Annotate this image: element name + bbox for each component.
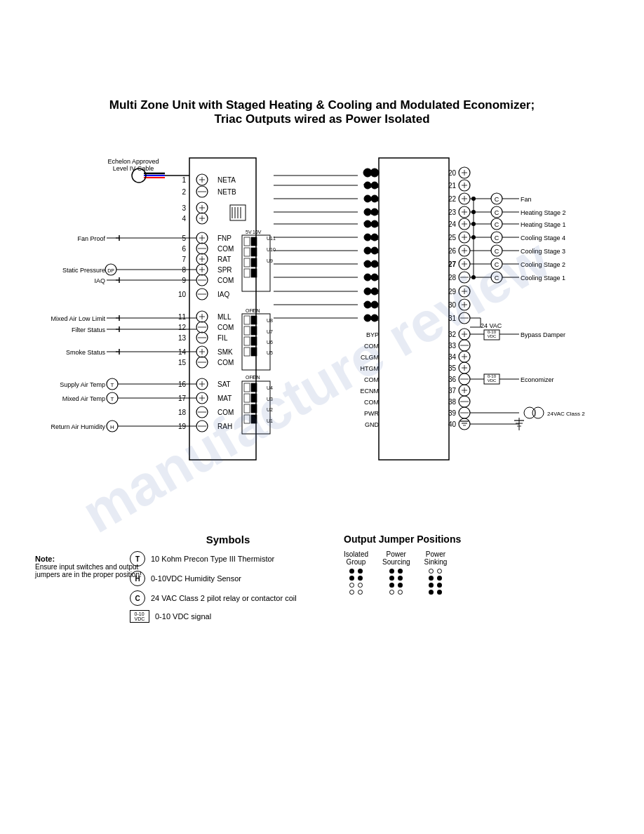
svg-text:Economizer: Economizer xyxy=(521,376,554,383)
svg-text:VDC: VDC xyxy=(488,334,497,338)
vdc-label: 0-10 VDC signal xyxy=(155,612,211,621)
svg-text:Cooling Stage 2: Cooling Stage 2 xyxy=(521,261,565,268)
vdc-symbol: 0-10VDC xyxy=(130,610,149,623)
svg-text:GND: GND xyxy=(365,421,380,428)
title-line2: Triac Outputs wired as Power Isolated xyxy=(0,112,644,126)
svg-text:U1: U1 xyxy=(267,418,273,423)
svg-text:Mixed Air Temp: Mixed Air Temp xyxy=(62,395,105,402)
contactor-label: 24 VAC Class 2 pilot relay or contactor … xyxy=(151,594,297,602)
svg-text:32: 32 xyxy=(448,331,457,338)
svg-text:COM: COM xyxy=(217,245,234,253)
svg-text:U3: U3 xyxy=(267,397,273,402)
svg-text:12: 12 xyxy=(178,324,187,331)
svg-text:Fan: Fan xyxy=(521,196,532,203)
jumper-title: Output Jumper Positions xyxy=(344,534,554,545)
svg-rect-110 xyxy=(244,316,250,324)
svg-text:C: C xyxy=(495,196,499,203)
svg-text:Fan Proof: Fan Proof xyxy=(77,235,105,242)
svg-text:34: 34 xyxy=(448,353,457,361)
svg-text:24: 24 xyxy=(448,220,457,228)
svg-text:4: 4 xyxy=(182,215,186,223)
svg-text:Cooling Stage 3: Cooling Stage 3 xyxy=(521,248,565,255)
svg-text:MAT: MAT xyxy=(217,395,232,402)
jumper-col-sinking: PowerSinking xyxy=(424,550,448,595)
svg-rect-117 xyxy=(251,348,257,356)
svg-text:10V: 10V xyxy=(253,230,262,234)
title-area: Multi Zone Unit with Staged Heating & Co… xyxy=(0,0,644,133)
svg-text:T: T xyxy=(111,396,114,402)
svg-text:COM: COM xyxy=(364,376,379,383)
svg-rect-99 xyxy=(251,248,257,256)
svg-text:PWR: PWR xyxy=(364,410,379,417)
diagram-area: Echelon Approved Level IV Cable 1 NETA 2 xyxy=(35,137,610,533)
svg-point-322 xyxy=(524,407,535,418)
svg-text:TC56: TC56 xyxy=(363,221,379,228)
svg-text:29: 29 xyxy=(448,288,457,296)
svg-text:1: 1 xyxy=(182,176,186,184)
sourcing-dots xyxy=(382,569,410,595)
svg-text:C3: C3 xyxy=(370,274,379,282)
svg-text:6: 6 xyxy=(182,245,186,253)
svg-text:ECNM: ECNM xyxy=(361,388,380,395)
jumper-columns: IsolatedGroup PowerSourcing Po xyxy=(344,550,554,595)
svg-text:SPR: SPR xyxy=(217,266,232,274)
svg-text:SAT: SAT xyxy=(217,380,231,388)
svg-text:COM: COM xyxy=(364,399,379,406)
svg-text:30: 30 xyxy=(448,301,457,309)
svg-rect-103 xyxy=(251,269,257,277)
svg-text:U10: U10 xyxy=(267,247,276,252)
svg-point-142 xyxy=(370,168,379,177)
svg-rect-116 xyxy=(244,348,250,356)
svg-text:15: 15 xyxy=(178,359,187,366)
svg-text:Heating Stage 2: Heating Stage 2 xyxy=(521,209,566,216)
svg-text:31: 31 xyxy=(448,315,457,322)
svg-text:U6: U6 xyxy=(267,340,273,345)
svg-text:C: C xyxy=(495,234,499,241)
svg-text:Smoke Status: Smoke Status xyxy=(66,349,106,356)
svg-text:FNP: FNP xyxy=(217,234,232,242)
svg-text:MLL: MLL xyxy=(217,313,232,321)
svg-text:25: 25 xyxy=(448,234,457,241)
jumper-col-sourcing: PowerSourcing xyxy=(382,550,410,595)
symbols-title: Symbols xyxy=(130,534,326,545)
svg-rect-131 xyxy=(244,415,250,423)
svg-text:3: 3 xyxy=(182,204,186,212)
svg-rect-102 xyxy=(244,269,250,277)
svg-text:ON: ON xyxy=(253,375,260,380)
svg-text:11: 11 xyxy=(178,313,187,321)
svg-rect-113 xyxy=(251,326,257,335)
svg-text:Mixed Air Low Limit: Mixed Air Low Limit xyxy=(51,315,105,322)
svg-text:NETA: NETA xyxy=(217,176,236,184)
echelon-label: Echelon Approved xyxy=(107,158,159,165)
svg-text:C: C xyxy=(495,221,499,228)
svg-text:COM: COM xyxy=(217,409,234,416)
sourcing-label: PowerSourcing xyxy=(382,550,410,566)
svg-text:26: 26 xyxy=(448,247,457,255)
symbol-row-humidity: H 0-10VDC Humidity Sensor xyxy=(130,571,326,586)
isolated-dots xyxy=(344,569,368,595)
svg-rect-125 xyxy=(244,383,250,392)
svg-rect-96 xyxy=(244,237,250,246)
svg-text:10: 10 xyxy=(178,291,187,298)
svg-rect-130 xyxy=(251,404,257,413)
svg-text:IAQ: IAQ xyxy=(94,277,105,284)
svg-text:Static Pressure: Static Pressure xyxy=(62,267,105,274)
svg-text:H2: H2 xyxy=(370,209,379,216)
thermistor-label: 10 Kohm Precon Type III Thermistor xyxy=(151,555,274,563)
svg-text:Cooling Stage 4: Cooling Stage 4 xyxy=(521,234,565,241)
svg-text:U7: U7 xyxy=(267,329,273,334)
svg-text:COM: COM xyxy=(217,359,234,366)
output-jumper-section: Output Jumper Positions IsolatedGroup Po… xyxy=(344,534,554,595)
wiring-diagram-svg: Echelon Approved Level IV Cable 1 NETA 2 xyxy=(35,137,610,530)
svg-text:COM: COM xyxy=(217,277,234,284)
svg-rect-115 xyxy=(251,337,257,345)
svg-text:22: 22 xyxy=(448,195,457,203)
svg-text:7: 7 xyxy=(182,256,186,263)
svg-text:RAH: RAH xyxy=(217,423,232,430)
svg-rect-97 xyxy=(251,237,257,246)
title-line1: Multi Zone Unit with Staged Heating & Co… xyxy=(0,98,644,112)
svg-text:U9: U9 xyxy=(267,258,273,263)
svg-text:CLGM: CLGM xyxy=(361,354,379,361)
svg-text:39: 39 xyxy=(448,409,457,417)
svg-text:U2: U2 xyxy=(267,407,273,412)
